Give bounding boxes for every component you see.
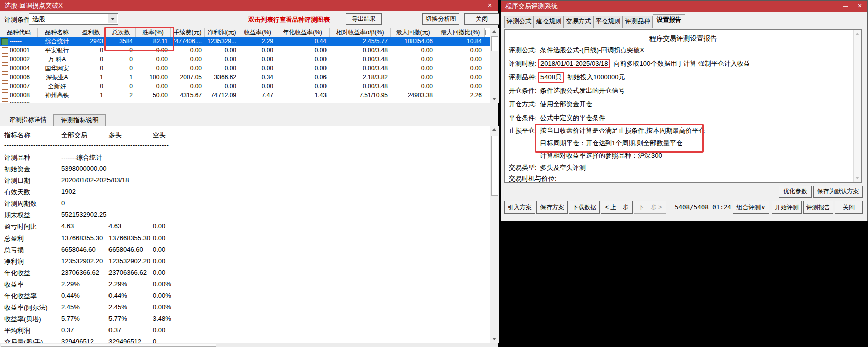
cell-value: 108354.06 (391, 37, 436, 46)
scroll-up-icon[interactable] (492, 128, 496, 131)
save-default-button[interactable]: 保存为默认方案 (813, 186, 863, 198)
close-icon[interactable]: × (853, 1, 866, 12)
column-header[interactable]: 品种代码 (0, 28, 38, 37)
column-header[interactable]: 最大回撤(元) (391, 28, 436, 37)
switch-chart-button[interactable]: 切换分析图 (422, 13, 459, 25)
scrollbar-thumb[interactable] (491, 36, 498, 51)
checkbox-icon[interactable] (2, 65, 8, 72)
dialog-tab-4[interactable]: 平仓规则 (593, 16, 623, 28)
detail-row: 净利润123532902.20123532902.200.00 (0, 257, 490, 267)
cell-value: 0.34 (239, 73, 276, 82)
checkbox-icon[interactable] (2, 56, 8, 63)
checkbox-icon[interactable] (2, 74, 8, 81)
detail-cell: 0.00 (153, 257, 165, 265)
column-header[interactable]: 手续费(元) (171, 28, 205, 37)
column-header[interactable]: 相对收益率α/β(%) (330, 28, 391, 37)
cell-value (330, 100, 391, 103)
cell-value: 0.00 (391, 46, 436, 55)
summary-grid-icon[interactable] (1, 38, 8, 45)
condition-dropdown[interactable]: 选股 (29, 13, 118, 25)
minimize-icon[interactable] (839, 1, 852, 12)
table-row[interactable]: 000009 (0, 100, 490, 103)
scroll-down-icon[interactable] (855, 177, 859, 179)
detail-row: 评测品种-------综合统计 (0, 153, 490, 163)
column-header[interactable]: 收益率(%) (239, 28, 276, 37)
column-header[interactable]: 总次数 (106, 28, 136, 37)
detail-row: 评测周期数0 (0, 199, 490, 209)
checkbox-icon[interactable] (2, 101, 8, 103)
close-dialog-button[interactable]: 关闭 (835, 201, 863, 214)
download-data-button[interactable]: 下载数据 (569, 201, 600, 214)
cell-name: 国华网安 (38, 64, 76, 73)
cell-code: 000001 (0, 46, 38, 55)
detail-row: 年化收益率0.44%0.44%0.00% (0, 292, 490, 302)
close-button[interactable]: 关闭 (464, 13, 499, 25)
table-row[interactable]: 000008神州高铁1250.004315.6774712.097.471.43… (0, 91, 490, 100)
cell-value: 1.43 (276, 91, 330, 100)
detail-row: 有效天数1902 (0, 188, 490, 198)
tab-indicator-details[interactable]: 评测指标详情 (2, 114, 54, 126)
checkbox-icon[interactable] (2, 83, 8, 90)
report-line: 平仓条件:公式中定义的平仓条件 (509, 113, 605, 123)
scroll-up-icon[interactable] (855, 33, 859, 35)
horizontal-scrollbar[interactable] (0, 343, 498, 347)
cell-value: 0.00/3.48 (330, 46, 391, 55)
detail-cell: -------综合统计 (61, 153, 102, 162)
detail-cell: 评测品种 (4, 153, 30, 162)
detail-vertical-scrollbar[interactable] (490, 126, 499, 343)
column-header[interactable]: 胜率(%) (136, 28, 171, 37)
detail-divider: ----------------------------------------… (4, 141, 169, 149)
save-plan-button[interactable]: 保存方案 (536, 201, 568, 214)
checkbox-icon[interactable] (2, 92, 8, 99)
checkbox-icon[interactable] (2, 47, 8, 54)
column-header[interactable]: 年化收益率(%) (276, 28, 330, 37)
detail-cell: 5.77% (108, 315, 127, 322)
table-row[interactable]: 000006深振业A11100.002007.053366.620.340.06… (0, 73, 490, 82)
detail-cell: 总亏损 (4, 246, 24, 255)
eval-report-button[interactable]: 评测报告 (803, 201, 833, 214)
combo-eval-button[interactable]: 组合评测∨ (733, 201, 769, 214)
prev-step-button[interactable]: < 上一步 (601, 201, 633, 214)
report-scrollbar[interactable] (853, 30, 861, 182)
import-plan-button[interactable]: 引入方案 (504, 201, 535, 214)
cell-value: 0 (106, 55, 136, 64)
dialog-tab-6[interactable]: 设置报告 (653, 14, 685, 28)
column-header[interactable]: 品种名称 (38, 28, 76, 37)
table-row[interactable]: 000004国华网安000.000.000.000.000.000.00/3.4… (0, 64, 490, 73)
scroll-down-icon[interactable] (492, 338, 496, 340)
table-row[interactable]: 000007全新好000.000.000.000.000.000.00/3.48… (0, 82, 490, 91)
scrollbar-thumb[interactable] (491, 136, 498, 196)
dialog-tab-5[interactable]: 评测品种 (623, 16, 653, 28)
table-row[interactable]: 000001平安银行000.000.000.000.000.000.00/3.4… (0, 46, 490, 55)
scroll-down-icon[interactable] (492, 98, 496, 100)
chevron-down-icon[interactable] (108, 14, 117, 23)
table-vertical-scrollbar[interactable] (490, 28, 499, 103)
cell-value (76, 100, 106, 103)
export-results-button[interactable]: 导出结果 (346, 13, 382, 25)
cell-value: 0 (76, 82, 106, 91)
next-step-button[interactable]: 下一步 > (634, 201, 666, 214)
column-header[interactable]: 净利润(元) (205, 28, 239, 37)
tab-indicator-notes[interactable]: 评测指标说明 (54, 114, 106, 127)
start-eval-button[interactable]: 开始评测 (772, 201, 802, 214)
optimize-params-button[interactable]: 优化参数 (779, 186, 812, 198)
table-row[interactable]: 000002万 科A000.000.000.000.000.000.00/3.4… (0, 55, 490, 64)
column-header[interactable]: 盈利数 (76, 28, 106, 37)
cell-value: 1235329... (205, 37, 239, 46)
dialog-tab-2[interactable]: 建仓规则 (534, 16, 564, 28)
dialog-tab-3[interactable]: 交易方式 (564, 16, 593, 28)
highlighted-value: 5408只 (538, 72, 564, 83)
dialog-tab-1[interactable]: 评测公式 (504, 16, 534, 28)
close-icon[interactable]: × (483, 0, 496, 11)
scrollbar-thumb[interactable] (1, 344, 216, 347)
cell-code: 000008 (0, 91, 38, 100)
table-row[interactable]: ------综合统计2943358482.117477406....123532… (0, 37, 490, 46)
scroll-up-icon[interactable] (492, 30, 496, 33)
cell-value: 0.00 (136, 46, 171, 55)
cell-value: 82.11 (136, 37, 171, 46)
cell-value: 0 (106, 64, 136, 73)
detail-row: 盈亏时间比4.634.630.00 (0, 222, 490, 233)
detail-cell: 0.00 (153, 234, 165, 242)
column-header[interactable]: 最大回撤比(%) (436, 28, 485, 37)
cell-value: 0 (76, 46, 106, 55)
